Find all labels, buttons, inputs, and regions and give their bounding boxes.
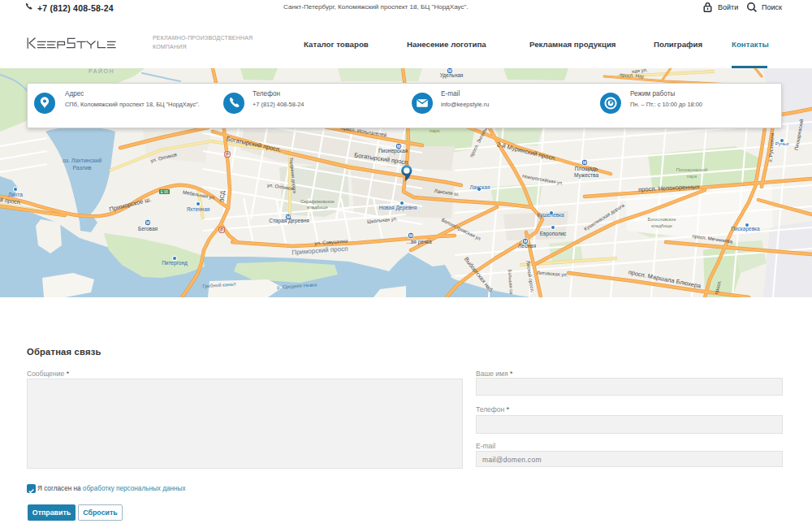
- svg-text:Лахта: Лахта: [8, 192, 23, 197]
- svg-text:M: M: [583, 160, 587, 165]
- svg-text:парк: парк: [430, 128, 440, 133]
- svg-text:Беговая: Беговая: [138, 226, 158, 232]
- svg-text:Мужества: Мужества: [574, 172, 598, 179]
- svg-text:Площадь: Площадь: [575, 166, 598, 172]
- svg-text:Пискаревка: Пискаревка: [731, 226, 760, 232]
- svg-text:M: M: [146, 220, 150, 225]
- svg-text:Пионерская: Пионерская: [378, 148, 408, 154]
- svg-text:Новая Деревня: Новая Деревня: [379, 205, 417, 211]
- svg-text:E 95: E 95: [161, 190, 169, 194]
- svg-text:РАЙОН: РАЙОН: [89, 68, 114, 74]
- svg-text:P: P: [226, 152, 229, 157]
- svg-text:M: M: [409, 233, 413, 238]
- svg-text:Питергонд: Питергонд: [162, 260, 188, 266]
- svg-text:кладбище: кладбище: [651, 223, 672, 228]
- svg-text:Кушелевка: Кушелевка: [537, 212, 564, 219]
- svg-text:Европолис: Европолис: [540, 231, 567, 237]
- svg-text:...ая речка: ...ая речка: [406, 239, 432, 245]
- svg-text:парк: парк: [687, 174, 698, 179]
- svg-text:Богословское: Богословское: [648, 217, 676, 222]
- svg-text:P: P: [220, 227, 223, 232]
- svg-text:Лесная: Лесная: [518, 243, 536, 249]
- svg-text:Пискаревский: Пискаревский: [676, 167, 708, 172]
- svg-text:Старая Деревня: Старая Деревня: [269, 218, 309, 224]
- svg-text:Разлив: Разлив: [72, 165, 91, 171]
- svg-text:Ручьи: Ручьи: [775, 141, 789, 146]
- svg-text:оз. Лахтинский: оз. Лахтинский: [63, 158, 102, 163]
- svg-text:кладбище: кладбище: [307, 205, 328, 210]
- svg-text:Яхтенная: Яхтенная: [187, 206, 210, 212]
- svg-text:Серафимовское: Серафимовское: [300, 199, 335, 204]
- svg-text:Ланская: Ланская: [470, 184, 490, 190]
- svg-text:Удельная: Удельная: [440, 72, 464, 79]
